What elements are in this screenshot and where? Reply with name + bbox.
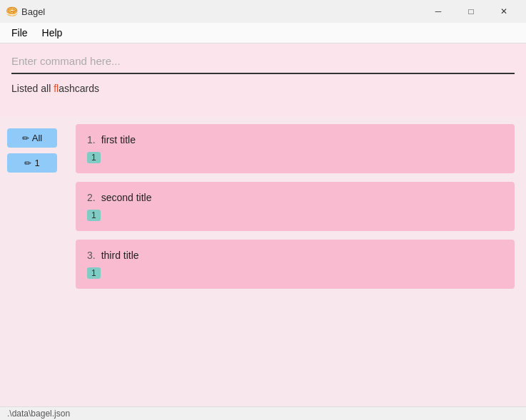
title-bar: 🥯 Bagel ─ □ ✕	[0, 0, 526, 23]
menu-file[interactable]: File	[6, 26, 34, 40]
cards-list: 1. first title 1 2. second title 1 3. th…	[64, 117, 526, 406]
output-suffix: ashcards	[59, 83, 99, 94]
card-title-3: third title	[101, 250, 139, 261]
deck1-edit-icon: ✏	[24, 158, 31, 168]
command-input[interactable]	[11, 52, 515, 74]
card-number-3: 3.	[87, 250, 96, 261]
deck1-label: 1	[34, 158, 39, 168]
command-area	[0, 43, 526, 74]
all-edit-icon: ✏	[22, 133, 29, 143]
menu-bar: File Help	[0, 23, 526, 43]
card-number-1: 1.	[87, 134, 96, 145]
status-bar: .\data\bagel.json	[0, 406, 526, 420]
table-row: 2. second title 1	[76, 182, 515, 231]
card-title-2: second title	[101, 192, 152, 203]
table-row: 1. first title 1	[76, 124, 515, 173]
title-bar-left: 🥯 Bagel	[6, 6, 45, 17]
card-header-1: 1. first title	[87, 134, 503, 145]
status-path: .\data\bagel.json	[7, 409, 70, 419]
all-label: All	[32, 133, 42, 143]
window-controls: ─ □ ✕	[422, 0, 520, 23]
output-prefix: Listed all	[11, 83, 54, 94]
app-title: Bagel	[21, 6, 45, 17]
app-icon: 🥯	[6, 6, 17, 17]
close-button[interactable]: ✕	[487, 0, 520, 23]
card-title-1: first title	[101, 134, 136, 145]
card-number-2: 2.	[87, 192, 96, 203]
output-area: Listed all flashcards	[0, 74, 526, 117]
all-button[interactable]: ✏ All	[7, 128, 57, 148]
output-text: Listed all flashcards	[11, 83, 99, 94]
card-badge-2: 1	[87, 210, 101, 221]
sidebar: ✏ All ✏ 1	[0, 117, 64, 406]
deck1-button[interactable]: ✏ 1	[7, 153, 57, 173]
main-content: ✏ All ✏ 1 1. first title 1 2. second tit…	[0, 117, 526, 406]
card-header-3: 3. third title	[87, 250, 503, 261]
card-badge-3: 1	[87, 267, 101, 279]
menu-help[interactable]: Help	[36, 26, 69, 40]
minimize-button[interactable]: ─	[422, 0, 455, 23]
maximize-button[interactable]: □	[455, 0, 487, 23]
card-badge-1: 1	[87, 152, 101, 163]
card-header-2: 2. second title	[87, 192, 503, 203]
table-row: 3. third title 1	[76, 240, 515, 289]
